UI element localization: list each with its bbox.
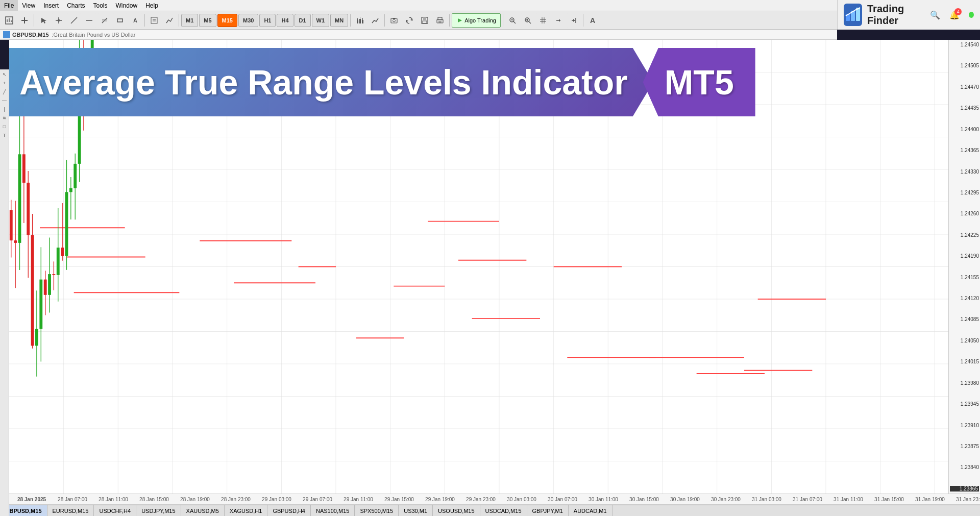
rect-btn[interactable] <box>113 13 127 28</box>
sym-tab-13[interactable]: AUDCAD,M1 <box>569 505 612 517</box>
tf-m5[interactable]: M5 <box>199 14 216 27</box>
price-16: 1.24015 <box>950 359 979 364</box>
menu-tools[interactable]: Tools <box>89 0 112 11</box>
menu-bar: File View Insert Charts Tools Window Hel… <box>0 0 980 11</box>
time-23: 31 Jan 23:00 <box>950 497 980 502</box>
symbol-bar: GBPUSD,M15 : Great Britain Pound vs US D… <box>0 30 837 40</box>
tf-m1[interactable]: M1 <box>181 14 198 27</box>
zoom-in-btn[interactable] <box>521 13 535 28</box>
time-1: 28 Jan 07:00 <box>52 497 93 502</box>
svg-rect-17 <box>117 19 122 22</box>
tf-mn[interactable]: MN <box>330 14 348 27</box>
menu-view[interactable]: View <box>18 0 39 11</box>
svg-rect-123 <box>48 274 51 295</box>
screenshot-btn[interactable] <box>387 13 401 28</box>
price-9: 1.24260 <box>950 211 979 216</box>
tf-w1[interactable]: W1 <box>312 14 330 27</box>
crosshair-btn[interactable] <box>52 13 66 28</box>
sym-tab-9[interactable]: US30,M1 <box>399 505 433 517</box>
tool-crosshair[interactable]: + <box>1 79 9 87</box>
svg-rect-115 <box>31 235 34 346</box>
svg-text:A: A <box>133 17 137 23</box>
time-6: 29 Jan 03:00 <box>256 497 297 502</box>
sym-tab-8[interactable]: SPX500,M15 <box>355 505 399 517</box>
time-13: 30 Jan 07:00 <box>542 497 583 502</box>
sep6 <box>449 14 450 27</box>
menu-insert[interactable]: Insert <box>39 0 63 11</box>
time-15: 30 Jan 15:00 <box>624 497 665 502</box>
auto-scroll-btn[interactable] <box>567 13 581 28</box>
menu-window[interactable]: Window <box>112 0 142 11</box>
time-14: 30 Jan 11:00 <box>583 497 624 502</box>
svg-rect-113 <box>27 183 30 235</box>
sym-tab-4[interactable]: XAUUSD,M5 <box>181 505 225 517</box>
sym-tab-3[interactable]: USDJPY,M15 <box>136 505 181 517</box>
templates-btn[interactable] <box>147 13 161 28</box>
tool-vline[interactable]: | <box>1 105 9 113</box>
tool-text[interactable]: T <box>1 131 9 139</box>
current-price: 1.23865 <box>950 486 979 492</box>
tf-h4[interactable]: H4 <box>277 14 293 27</box>
price-scale: 1.24540 1.24505 1.24470 1.24435 1.24400 … <box>948 40 980 494</box>
menu-help[interactable]: Help <box>141 0 162 11</box>
sym-tab-2[interactable]: USDCHF,H4 <box>94 505 136 517</box>
line-btn[interactable] <box>67 13 81 28</box>
tf-m15[interactable]: M15 <box>217 14 237 27</box>
print-btn[interactable] <box>433 13 447 28</box>
svg-rect-127 <box>57 248 60 275</box>
tf-m30[interactable]: M30 <box>238 14 258 27</box>
svg-marker-53 <box>559 19 560 22</box>
chart-area[interactable]: Average True Range Levels Indicator MT5 <box>9 40 980 494</box>
svg-rect-111 <box>22 154 26 183</box>
tf-d1[interactable]: D1 <box>295 14 311 27</box>
time-16: 30 Jan 19:00 <box>665 497 705 502</box>
fib-btn[interactable] <box>97 13 112 28</box>
sym-tab-7[interactable]: NAS100,M15 <box>311 505 355 517</box>
banner-badge: MT5 <box>665 62 734 102</box>
chart-type-btn[interactable] <box>353 13 367 28</box>
price-12: 1.24155 <box>950 275 979 280</box>
atr-levels <box>40 222 826 374</box>
status-green <box>969 12 974 18</box>
svg-line-47 <box>529 21 531 23</box>
shift-btn[interactable] <box>551 13 566 28</box>
save-btn[interactable] <box>418 13 432 28</box>
sep8 <box>583 14 583 27</box>
properties-btn[interactable]: A <box>585 13 600 28</box>
grid-btn[interactable] <box>536 13 550 28</box>
sym-tab-12[interactable]: GBPJPY,M1 <box>527 505 569 517</box>
tool-rect[interactable]: □ <box>1 122 9 131</box>
menu-file[interactable]: File <box>0 0 18 11</box>
indicators-btn[interactable] <box>162 13 177 28</box>
refresh-btn[interactable] <box>402 13 416 28</box>
tool-hline[interactable]: — <box>1 96 9 105</box>
menu-charts[interactable]: Charts <box>63 0 89 11</box>
time-2: 28 Jan 11:00 <box>93 497 134 502</box>
svg-rect-135 <box>74 164 77 188</box>
tool-cursor[interactable]: ↖ <box>1 70 9 79</box>
text-btn[interactable]: A <box>128 13 142 28</box>
search-icon-logo[interactable]: 🔍 <box>930 10 940 20</box>
time-7: 29 Jan 07:00 <box>297 497 338 502</box>
banner-main: Average True Range Levels Indicator <box>9 48 653 116</box>
sym-tab-5[interactable]: XAGUSD,H1 <box>225 505 268 517</box>
banner-title: Average True Range Levels Indicator <box>19 63 628 102</box>
algo-trading-btn[interactable]: Algo Trading <box>452 13 501 28</box>
sym-tab-10[interactable]: USOUSD,M15 <box>433 505 480 517</box>
line-chart-btn[interactable] <box>368 13 382 28</box>
sym-tab-1[interactable]: EURUSD,M15 <box>47 505 94 517</box>
tf-h1[interactable]: H1 <box>259 14 276 27</box>
time-21: 31 Jan 15:00 <box>869 497 910 502</box>
tool-fib[interactable]: ≋ <box>1 114 9 122</box>
zoom-out-btn[interactable] <box>505 13 520 28</box>
sym-tab-6[interactable]: GBPUSD,H4 <box>267 505 311 517</box>
new-chart-btn[interactable] <box>2 13 16 28</box>
symbol-description: Great Britain Pound vs US Dollar <box>54 32 136 38</box>
add-btn[interactable] <box>17 13 32 28</box>
sym-tab-11[interactable]: USDCAD,M15 <box>480 505 527 517</box>
notification-badge[interactable]: 🔔 4 <box>949 10 960 20</box>
time-8: 29 Jan 11:00 <box>338 497 379 502</box>
cursor-btn[interactable] <box>36 13 51 28</box>
tool-line[interactable]: ╱ <box>1 88 9 96</box>
hline-btn[interactable] <box>82 13 96 28</box>
